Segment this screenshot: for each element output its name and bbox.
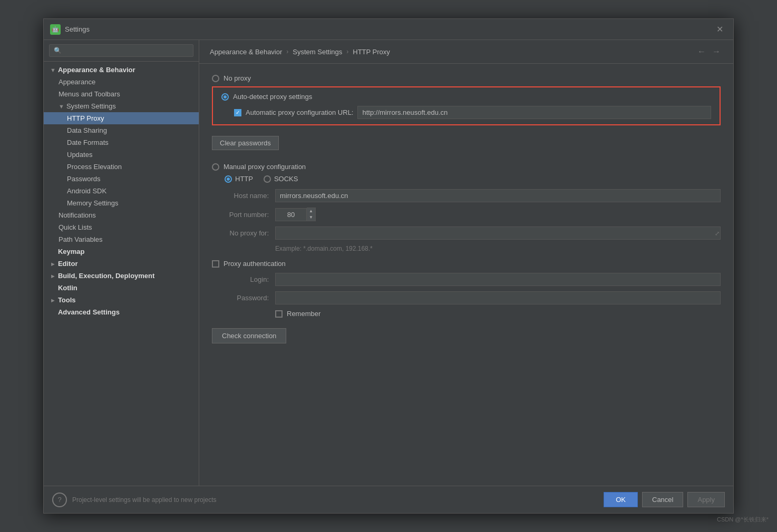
sidebar-item-label: Updates xyxy=(67,151,92,159)
sidebar-item-label: HTTP Proxy xyxy=(67,114,104,122)
ok-button[interactable]: OK xyxy=(604,492,638,507)
caret-icon: ► xyxy=(50,273,56,279)
remember-checkbox[interactable] xyxy=(275,310,283,318)
sidebar-item-label: Quick Lists xyxy=(59,223,92,231)
auto-detect-box: Auto-detect proxy settings Automatic pro… xyxy=(212,86,721,125)
http-radio[interactable] xyxy=(225,175,232,183)
password-label: Password: xyxy=(212,294,275,302)
manual-proxy-radio[interactable] xyxy=(212,163,219,171)
footer-buttons: OK Cancel Apply xyxy=(604,492,725,507)
socks-radio[interactable] xyxy=(264,175,271,183)
title-bar: 🤖 Settings ✕ xyxy=(44,19,733,40)
sidebar-item-label: Kotlin xyxy=(58,284,77,292)
sidebar-item-updates[interactable]: Updates xyxy=(44,149,199,161)
no-proxy-for-input[interactable] xyxy=(275,226,721,240)
sidebar-item-label: Advanced Settings xyxy=(58,308,120,316)
sidebar-item-http-proxy[interactable]: HTTP Proxy xyxy=(44,112,199,124)
app-icon: 🤖 xyxy=(50,24,61,35)
sidebar-item-path-variables[interactable]: Path Variables xyxy=(44,233,199,245)
sidebar-item-system-settings[interactable]: ▼System Settings xyxy=(44,100,199,112)
socks-proto-row: SOCKS xyxy=(264,175,298,183)
host-name-input[interactable] xyxy=(275,189,721,202)
content-area: No proxy Auto-detect proxy settings Auto… xyxy=(199,64,733,486)
sidebar-search-container xyxy=(44,40,199,62)
dialog-body: ▼Appearance & BehaviorAppearanceMenus an… xyxy=(44,40,733,486)
apply-button[interactable]: Apply xyxy=(687,492,725,507)
sidebar-item-label: Data Sharing xyxy=(67,126,107,134)
check-connection-button[interactable]: Check connection xyxy=(212,328,286,343)
sidebar-item-label: Keymap xyxy=(58,248,85,255)
auto-proxy-url-row: Automatic proxy configuration URL: xyxy=(221,106,711,119)
sidebar-item-data-sharing[interactable]: Data Sharing xyxy=(44,124,199,136)
host-name-label: Host name: xyxy=(212,192,275,200)
http-label: HTTP xyxy=(235,175,253,183)
help-button[interactable]: ? xyxy=(52,492,67,507)
sidebar-item-android-sdk[interactable]: Android SDK xyxy=(44,185,199,197)
no-proxy-label: No proxy xyxy=(224,74,251,82)
sidebar-item-label: Tools xyxy=(58,296,76,304)
sidebar-item-menus-toolbars[interactable]: Menus and Toolbars xyxy=(44,88,199,100)
no-proxy-expand-button[interactable]: ⤢ xyxy=(715,230,720,237)
proxy-auth-row: Proxy authentication xyxy=(212,260,721,268)
no-proxy-radio[interactable] xyxy=(212,75,219,82)
sidebar-item-label: Appearance xyxy=(59,78,95,86)
sidebar-item-appearance-behavior[interactable]: ▼Appearance & Behavior xyxy=(44,64,199,76)
sidebar-item-quick-lists[interactable]: Quick Lists xyxy=(44,221,199,233)
remember-row: Remember xyxy=(212,310,721,318)
sidebar-item-build-execution[interactable]: ►Build, Execution, Deployment xyxy=(44,270,199,282)
sidebar-item-date-formats[interactable]: Date Formats xyxy=(44,136,199,149)
footer-note: Project-level settings will be applied t… xyxy=(72,496,598,504)
sidebar-item-notifications[interactable]: Notifications xyxy=(44,209,199,221)
cancel-button[interactable]: Cancel xyxy=(642,492,683,507)
sidebar-item-label: Android SDK xyxy=(67,187,106,195)
proxy-auth-checkbox[interactable] xyxy=(212,260,219,268)
settings-dialog: 🤖 Settings ✕ ▼Appearance & BehaviorAppea… xyxy=(43,18,734,514)
sidebar-item-editor[interactable]: ►Editor xyxy=(44,258,199,270)
host-name-row: Host name: xyxy=(212,189,721,202)
sidebar-item-appearance[interactable]: Appearance xyxy=(44,76,199,88)
port-number-input[interactable] xyxy=(275,208,307,221)
close-button[interactable]: ✕ xyxy=(712,22,727,37)
dialog-title: Settings xyxy=(65,25,712,33)
breadcrumb-sep-1: › xyxy=(286,48,288,55)
sidebar-item-keymap[interactable]: ►Keymap xyxy=(44,245,199,258)
port-number-row: Port number: ▲ ▼ xyxy=(212,208,721,221)
sidebar-item-label: Path Variables xyxy=(59,235,103,243)
auto-detect-radio[interactable] xyxy=(221,93,229,101)
port-down-button[interactable]: ▼ xyxy=(307,214,315,221)
manual-proxy-row: Manual proxy configuration xyxy=(212,163,721,171)
sidebar-item-label: Appearance & Behavior xyxy=(58,66,135,74)
sidebar-item-label: Menus and Toolbars xyxy=(59,90,120,98)
no-proxy-for-wrapper: ⤢ xyxy=(275,226,721,240)
sidebar-item-passwords[interactable]: Passwords xyxy=(44,173,199,185)
login-input[interactable] xyxy=(275,273,721,286)
auto-proxy-url-input[interactable] xyxy=(357,106,711,119)
no-proxy-row: No proxy xyxy=(212,74,721,82)
sidebar-item-label: Passwords xyxy=(67,175,101,183)
socks-label: SOCKS xyxy=(274,175,298,183)
breadcrumb-http-proxy[interactable]: HTTP Proxy xyxy=(353,48,390,56)
sidebar-item-tools[interactable]: ►Tools xyxy=(44,294,199,306)
breadcrumb-appearance-behavior[interactable]: Appearance & Behavior xyxy=(210,48,282,56)
auto-proxy-url-label: Automatic proxy configuration URL: xyxy=(246,109,353,116)
auto-proxy-url-checkbox[interactable] xyxy=(234,109,241,116)
sidebar-item-label: Notifications xyxy=(59,211,96,219)
forward-button[interactable]: → xyxy=(710,45,723,58)
http-proto-row: HTTP xyxy=(225,175,253,183)
sidebar: ▼Appearance & BehaviorAppearanceMenus an… xyxy=(44,40,199,486)
caret-icon: ▼ xyxy=(50,67,56,73)
port-up-button[interactable]: ▲ xyxy=(307,208,315,214)
sidebar-item-memory-settings[interactable]: Memory Settings xyxy=(44,197,199,209)
sidebar-tree: ▼Appearance & BehaviorAppearanceMenus an… xyxy=(44,62,199,486)
sidebar-item-advanced-settings[interactable]: ►Advanced Settings xyxy=(44,306,199,318)
clear-passwords-button[interactable]: Clear passwords xyxy=(212,136,279,150)
port-number-label: Port number: xyxy=(212,211,275,219)
password-input[interactable] xyxy=(275,291,721,304)
back-button[interactable]: ← xyxy=(695,45,708,58)
sidebar-item-kotlin[interactable]: ►Kotlin xyxy=(44,282,199,294)
search-input[interactable] xyxy=(49,44,193,57)
example-text: Example: *.domain.com, 192.168.* xyxy=(212,245,721,252)
proxy-auth-section: Proxy authentication Login: Password: xyxy=(212,260,721,318)
sidebar-item-process-elevation[interactable]: Process Elevation xyxy=(44,161,199,173)
breadcrumb-system-settings[interactable]: System Settings xyxy=(293,48,342,56)
